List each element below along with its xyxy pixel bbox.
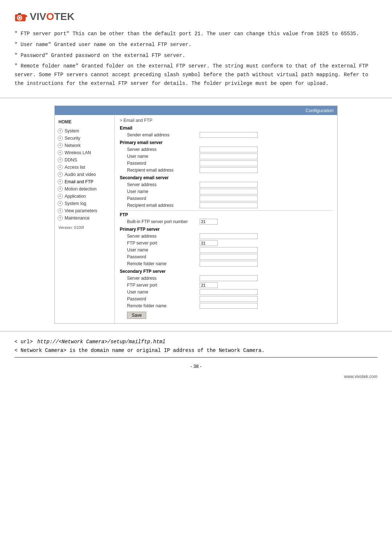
secondary-user-input[interactable] [200,189,258,194]
primary-ftp-password-input[interactable] [200,254,258,260]
secondary-ftp-port-label: FTP server port [127,283,200,288]
sidebar-bullet-system [58,128,63,134]
primary-ftp-port-input[interactable] [200,240,218,246]
url-line: < url> http://<Network Camera>/setup/mai… [15,339,377,345]
sidebar-bullet-security [58,136,63,141]
secondary-ftp-address-label: Server address [127,276,200,281]
primary-server-address-label: Server address [127,147,200,152]
secondary-password-label: Password [127,196,200,201]
secondary-recipient-row: Recipient email address [120,202,332,208]
logo-text: VIVOTEK [30,11,74,22]
primary-server-address-input[interactable] [200,147,258,152]
secondary-server-address-label: Server address [127,182,200,187]
config-section: Configuration HOME System Security Netwo… [0,98,392,331]
primary-password-input[interactable] [200,160,258,166]
top-section: VIVOTEK " FTP server port" This can be o… [0,0,392,98]
secondary-server-address-input[interactable] [200,182,258,188]
secondary-ftp-password-input[interactable] [200,296,258,302]
primary-email-server-title: Primary email server [120,140,332,145]
config-body: HOME System Security Network Wireless LA… [55,115,337,323]
sidebar-bullet-email-ftp [58,179,63,184]
sidebar-item-ddns[interactable]: DDNS [55,156,114,164]
bottom-section: < url> http://<Network Camera>/setup/mai… [0,331,392,357]
primary-ftp-password-label: Password [127,254,200,259]
sidebar-item-view-parameters[interactable]: View parameters [55,207,114,214]
sidebar-item-email-ftp[interactable]: Email and FTP [55,178,114,185]
note-line: < Network Camera> is the domain name or … [15,348,377,353]
secondary-remote-folder-label: Remote folder name [127,303,200,308]
primary-recipient-input[interactable] [200,167,258,173]
secondary-ftp-password-row: Password [120,296,332,302]
sender-email-row: Sender email address [120,132,332,138]
save-row: Save [120,312,332,319]
sidebar-item-security[interactable]: Security [55,135,114,142]
footer: www.vivotek.com [0,372,392,386]
sidebar: HOME System Security Network Wireless LA… [55,115,115,323]
secondary-user-row: User name [120,189,332,194]
secondary-ftp-address-input[interactable] [200,275,258,281]
secondary-ftp-user-input[interactable] [200,289,258,295]
secondary-email-server-title: Secondary email server [120,175,332,180]
sidebar-label-audio-video: Audio and video [65,172,96,177]
sidebar-label-ddns: DDNS [65,157,77,163]
primary-ftp-address-label: Server address [127,234,200,239]
secondary-ftp-port-input[interactable] [200,282,218,288]
primary-remote-folder-input[interactable] [200,261,258,267]
sidebar-label-network: Network [65,143,81,148]
primary-ftp-port-label: FTP server port [127,241,200,246]
sidebar-bullet-maintenance [58,216,63,221]
sidebar-item-wireless-lan[interactable]: Wireless LAN [55,149,114,156]
secondary-remote-folder-input[interactable] [200,303,258,309]
primary-password-label: Password [127,161,200,166]
secondary-password-input[interactable] [200,196,258,201]
secondary-recipient-input[interactable] [200,202,258,208]
builtin-port-row: Built-in FTP server port number [120,219,332,225]
primary-recipient-label: Recipient email address [127,168,200,173]
sidebar-item-system-log[interactable]: System log [55,200,114,207]
secondary-remote-folder-row: Remote folder name [120,303,332,309]
save-button[interactable]: Save [127,312,146,319]
svg-rect-3 [18,13,21,15]
sidebar-item-application[interactable]: Application [55,193,114,200]
sidebar-bullet-application [58,194,63,199]
secondary-ftp-address-row: Server address [120,275,332,281]
primary-ftp-user-row: User name [120,247,332,253]
vivotek-logo: VIVOTEK [15,11,377,22]
primary-user-row: User name [120,153,332,159]
sidebar-item-system[interactable]: System [55,127,114,135]
sidebar-bullet-access-list [58,165,63,170]
sender-email-label: Sender email address [127,132,200,138]
sidebar-home[interactable]: HOME [55,118,114,127]
primary-remote-folder-label: Remote folder name [127,261,200,266]
primary-ftp-user-input[interactable] [200,247,258,253]
logo-area: VIVOTEK [15,11,377,22]
primary-server-address-row: Server address [120,147,332,152]
sidebar-bullet-ddns [58,157,63,163]
bottom-divider [15,357,377,358]
sidebar-item-maintenance[interactable]: Maintenance [55,214,114,222]
config-header: Configuration [55,106,337,115]
desc-para3: " Password" Granted password on the exte… [15,52,377,60]
sidebar-bullet-view-parameters [58,208,63,213]
sender-email-input[interactable] [200,132,258,138]
breadcrumb: > Email and FTP [120,118,332,123]
primary-user-input[interactable] [200,153,258,159]
sidebar-item-network[interactable]: Network [55,142,114,149]
secondary-recipient-label: Recipient email address [127,203,200,208]
desc-para4: " Remote folder name" Granted folder on … [15,62,377,88]
svg-rect-4 [25,15,27,17]
main-content: > Email and FTP Email Sender email addre… [115,115,337,323]
sidebar-item-motion-detection[interactable]: Motion detection [55,185,114,193]
primary-ftp-password-row: Password [120,254,332,260]
sidebar-label-maintenance: Maintenance [65,216,90,221]
sidebar-label-system-log: System log [65,201,86,206]
sidebar-label-system: System [65,128,79,134]
sidebar-item-access-list[interactable]: Access list [55,164,114,171]
primary-ftp-user-label: User name [127,247,200,253]
config-header-label: Configuration [306,108,334,113]
secondary-password-row: Password [120,196,332,201]
builtin-port-input[interactable] [200,219,218,225]
sidebar-item-audio-video[interactable]: Audio and video [55,171,114,178]
url-label: < url> [15,339,33,345]
primary-ftp-address-input[interactable] [200,233,258,239]
